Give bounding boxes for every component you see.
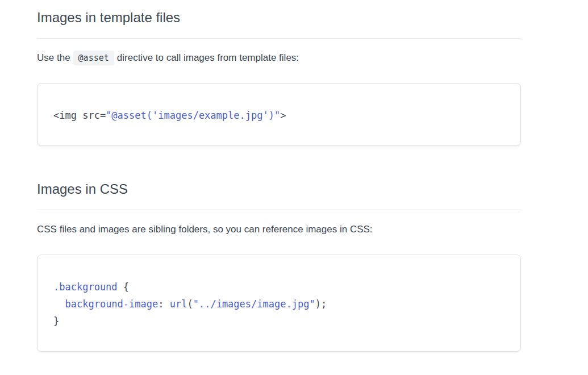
page: Images in template files Use the@assetdi…: [0, 0, 588, 375]
code-token: {: [118, 281, 129, 293]
paragraph: Use the@assetdirective to call images fr…: [37, 51, 521, 65]
section-divider: [37, 210, 521, 210]
inline-code: @asset: [73, 51, 114, 65]
code-line: .background {: [53, 278, 504, 295]
code-token: }: [53, 315, 59, 327]
code-token: .background: [53, 281, 118, 293]
section-images-in-css: Images in CSS CSS files and images are s…: [37, 146, 521, 352]
section-divider: [37, 38, 521, 39]
code-token: "@asset('images/example.jpg')": [106, 110, 280, 121]
docs-content: Images in template files Use the@assetdi…: [37, 0, 521, 352]
code-block-css-example: .background { background-image: url("../…: [37, 255, 521, 352]
paragraph-text-before: Use the: [37, 52, 70, 63]
paragraph: CSS files and images are sibling folders…: [37, 223, 521, 236]
section-heading: Images in template files: [37, 0, 521, 26]
code-block-template-example: <img src="@asset('images/example.jpg')">: [37, 83, 521, 146]
code-token: :: [158, 298, 169, 310]
code-token: background-image: [65, 298, 158, 310]
code-line: background-image: url("../images/image.j…: [53, 295, 504, 312]
section-images-in-template-files: Images in template files Use the@assetdi…: [37, 0, 521, 146]
paragraph-text-after: directive to call images from template f…: [117, 52, 299, 63]
code-token: (: [187, 298, 193, 310]
code-line: <img src="@asset('images/example.jpg')">: [53, 107, 504, 124]
code-token: <img src=: [53, 110, 106, 121]
code-line: }: [53, 312, 504, 330]
code-token: >: [280, 110, 286, 121]
code-token: );: [315, 298, 327, 310]
code-token: "../images/image.jpg": [193, 298, 315, 310]
code-token: [53, 298, 65, 310]
code-token: url: [170, 298, 187, 310]
section-heading: Images in CSS: [37, 146, 521, 197]
